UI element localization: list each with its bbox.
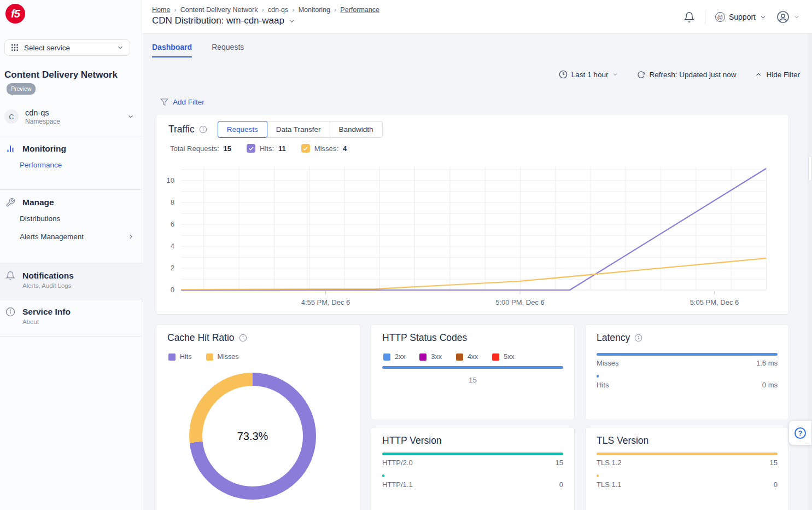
refresh-label: Refresh: Updated just now xyxy=(649,71,736,79)
traffic-stats: Total Requests: 15 Hits: 11 xyxy=(170,144,347,153)
traffic-card: Traffic Requests Data Transfer Bandwidth… xyxy=(156,114,789,315)
y-axis-tick-label: 4 xyxy=(171,242,174,250)
breadcrumb-monitoring[interactable]: Monitoring xyxy=(299,6,330,14)
namespace-selector[interactable]: C cdn-qs Namespace xyxy=(0,104,142,129)
metric-meta: TLS 1.10 xyxy=(597,480,778,489)
http-version-card: HTTP Version HTTP/2.015HTTP/1.10 xyxy=(371,427,575,510)
misses-label: Misses: xyxy=(314,144,338,153)
metric-value: 0 xyxy=(774,480,778,489)
check-icon xyxy=(302,146,308,152)
metric-label: Misses xyxy=(597,359,618,367)
legend-4xx[interactable]: 4xx xyxy=(456,353,478,361)
legend-5xx[interactable]: 5xx xyxy=(492,353,514,361)
chevron-down-icon[interactable] xyxy=(288,17,296,25)
legend-2xx[interactable]: 2xx xyxy=(383,353,405,361)
x-axis-tick-label: 5:00 PM, Dec 6 xyxy=(495,298,545,306)
grid-apps-icon xyxy=(10,43,19,52)
metric-bar xyxy=(382,453,563,455)
add-filter-label: Add Filter xyxy=(173,98,205,106)
namespace-sublabel: Namespace xyxy=(25,118,60,125)
filter-bar: Last 1 hour Refresh: Updated just now Hi… xyxy=(559,70,800,79)
sidebar-section-monitoring: Monitoring Performance xyxy=(0,136,142,189)
product-title-text: Content Delivery Network xyxy=(4,69,118,80)
cache-donut-chart[interactable]: 73.3% xyxy=(189,373,316,500)
bell-icon xyxy=(5,271,15,281)
bar-row-http-1-1[interactable]: HTTP/1.10 xyxy=(382,474,563,489)
sidebar-section-notifications[interactable]: Notifications Alerts, Audit Logs xyxy=(0,263,142,299)
legend-3xx[interactable]: 3xx xyxy=(419,353,441,361)
bar-row-http-2-0[interactable]: HTTP/2.015 xyxy=(382,453,563,467)
tab-dashboard[interactable]: Dashboard xyxy=(152,43,192,57)
notifications-bell-button[interactable] xyxy=(684,11,695,23)
notifications-subtitle: Alerts, Audit Logs xyxy=(22,282,74,289)
product-title: Content Delivery Network Preview xyxy=(4,68,136,97)
tab-requests[interactable]: Requests xyxy=(212,43,244,57)
y-axis-tick-label: 10 xyxy=(167,176,174,184)
hits-checkbox[interactable] xyxy=(247,144,255,153)
check-icon xyxy=(248,146,254,152)
support-menu[interactable]: @ Support xyxy=(715,12,767,22)
metric-label: HTTP/1.1 xyxy=(382,480,413,489)
manage-header[interactable]: Manage xyxy=(0,190,142,210)
info-icon[interactable] xyxy=(634,334,642,342)
account-menu[interactable] xyxy=(776,10,800,24)
time-range-dropdown[interactable]: Last 1 hour xyxy=(559,70,619,79)
legend-misses[interactable]: Misses xyxy=(206,353,239,361)
status-codes-bar[interactable] xyxy=(382,366,563,369)
help-question-icon: ? xyxy=(795,427,806,439)
hits-stat: Hits: 11 xyxy=(247,144,286,153)
service-info-subtitle: About xyxy=(22,318,71,325)
main-area: Home › Content Delivery Network › cdn-qs… xyxy=(142,0,812,510)
hide-filter-button[interactable]: Hide Filter xyxy=(755,71,800,79)
chevron-up-icon xyxy=(755,71,762,78)
sidebar-item-alerts-management[interactable]: Alerts Management xyxy=(0,228,142,246)
bar-chart-icon xyxy=(5,144,15,154)
select-service-dropdown[interactable]: Select service xyxy=(4,39,130,56)
info-icon[interactable] xyxy=(199,125,207,134)
metric-label: HTTP/2.0 xyxy=(382,459,413,467)
y-axis-tick-label: 0 xyxy=(171,286,174,294)
bell-icon xyxy=(684,11,695,23)
misses-checkbox[interactable] xyxy=(301,144,310,153)
app-window: f5 Select service Content Delivery Netwo… xyxy=(0,0,812,510)
monitoring-header[interactable]: Monitoring xyxy=(0,136,142,156)
metric-bar xyxy=(597,453,778,455)
scrollbar-thumb[interactable] xyxy=(808,156,811,181)
bar-row-hits[interactable]: Hits0 ms xyxy=(597,375,778,389)
traffic-line-chart[interactable]: 02468104:55 PM, Dec 65:00 PM, Dec 65:05 … xyxy=(156,158,790,311)
add-filter-button[interactable]: Add Filter xyxy=(160,98,205,106)
manage-label: Manage xyxy=(22,198,54,207)
traffic-tab-data-transfer[interactable]: Data Transfer xyxy=(267,121,330,138)
legend-hits[interactable]: Hits xyxy=(168,353,192,361)
content-area: Dashboard Requests Last 1 hour Refresh: … xyxy=(142,34,812,510)
sidebar-section-service-info[interactable]: Service Info About xyxy=(0,299,142,336)
sidebar-section-manage: Manage Distributions Alerts Management xyxy=(0,189,142,263)
breadcrumb-performance[interactable]: Performance xyxy=(340,6,379,14)
bar-row-misses[interactable]: Misses1.6 ms xyxy=(597,353,778,367)
sidebar-item-performance[interactable]: Performance xyxy=(0,156,142,174)
status-codes-value: 15 xyxy=(371,376,574,384)
traffic-tab-bandwidth[interactable]: Bandwidth xyxy=(330,121,383,138)
namespace-avatar: C xyxy=(4,109,19,124)
help-fab-button[interactable]: ? xyxy=(789,421,811,445)
refresh-button[interactable]: Refresh: Updated just now xyxy=(637,71,736,79)
5xx-swatch xyxy=(492,353,499,361)
info-icon[interactable] xyxy=(239,334,247,342)
total-requests-stat: Total Requests: 15 xyxy=(170,144,231,153)
tls-version-card: TLS Version TLS 1.215TLS 1.10 xyxy=(585,427,789,510)
header-divider xyxy=(705,10,705,24)
sidebar-item-distributions[interactable]: Distributions xyxy=(0,210,142,228)
bar-row-tls-1-2[interactable]: TLS 1.215 xyxy=(597,453,778,467)
breadcrumb-home[interactable]: Home xyxy=(152,6,170,14)
tls-version-title: TLS Version xyxy=(597,435,649,447)
cache-legend: Hits Misses xyxy=(168,353,238,361)
bar-row-tls-1-1[interactable]: TLS 1.10 xyxy=(597,474,778,489)
traffic-tab-requests[interactable]: Requests xyxy=(218,121,267,138)
chevron-down-icon xyxy=(612,71,618,78)
top-header: Home › Content Delivery Network › cdn-qs… xyxy=(142,0,812,34)
f5-logo: f5 xyxy=(5,4,25,24)
http-status-codes-card: HTTP Status Codes 2xx3xx4xx5xx 15 xyxy=(371,324,575,420)
select-service-label: Select service xyxy=(24,44,70,52)
breadcrumb-namespace[interactable]: cdn-qs xyxy=(268,6,289,14)
breadcrumb-cdn[interactable]: Content Delivery Network xyxy=(180,6,258,14)
